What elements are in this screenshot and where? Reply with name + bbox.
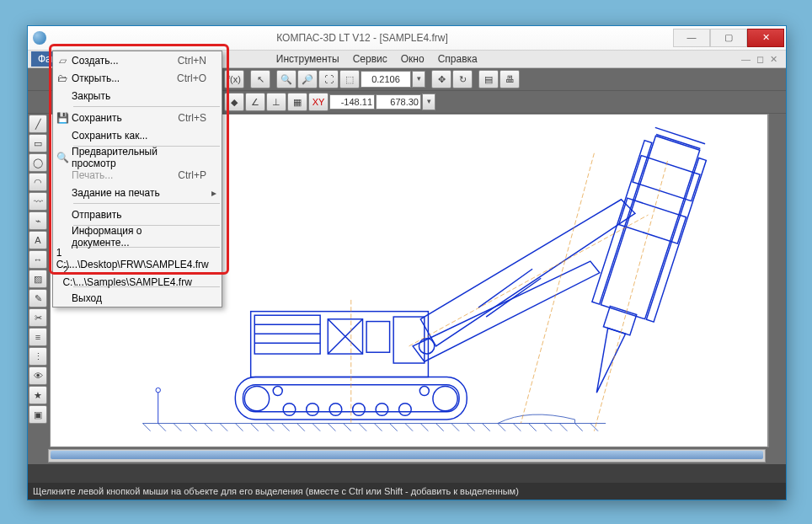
coord-y-input[interactable]: [376, 94, 421, 110]
view-tool-icon[interactable]: 👁: [29, 366, 47, 385]
menu-exit[interactable]: Выход: [53, 289, 222, 307]
dimension-tool-icon[interactable]: ↔: [29, 250, 47, 269]
menu-print: Печать... Ctrl+P: [53, 166, 222, 184]
new-icon: ▱: [53, 53, 72, 68]
menu-open[interactable]: 🗁 Открыть... Ctrl+O: [53, 69, 222, 87]
menu-new[interactable]: ▱ Создать... Ctrl+N: [53, 51, 222, 69]
submenu-arrow-icon: ▸: [211, 187, 222, 199]
menu-help[interactable]: Справка: [431, 51, 484, 67]
measure-tool-icon[interactable]: ≡: [29, 328, 47, 346]
arc-tool-icon[interactable]: ◠: [29, 173, 47, 191]
right-scrollbar[interactable]: [768, 114, 786, 447]
zoom-in-icon[interactable]: 🔍: [276, 70, 296, 88]
property-panel: [28, 464, 786, 483]
rect-tool-icon[interactable]: ▭: [29, 134, 47, 152]
svg-line-33: [656, 135, 700, 149]
statusbar: Щелкните левой кнопкой мыши на объекте д…: [28, 483, 786, 500]
coord-xy-icon[interactable]: XY: [308, 93, 329, 111]
svg-line-32: [655, 127, 705, 143]
snap-angle-icon[interactable]: ∠: [245, 93, 265, 111]
menu-send[interactable]: Отправить: [53, 206, 222, 223]
app-icon: [33, 31, 46, 45]
titlebar: КОМПАС-3D LT V12 - [SAMPLE4.frw] — ▢ ✕: [28, 26, 786, 51]
formula-button[interactable]: f(x): [224, 70, 244, 88]
svg-point-7: [329, 404, 342, 416]
pan-icon[interactable]: ✥: [431, 70, 451, 88]
open-icon: 🗁: [53, 71, 72, 86]
snap-grid-icon[interactable]: ▦: [287, 93, 307, 111]
svg-line-37: [409, 215, 649, 346]
snap-perp-icon[interactable]: ⊥: [266, 93, 286, 111]
status-text: Щелкните левой кнопкой мыши на объекте д…: [33, 486, 519, 496]
svg-point-8: [353, 404, 366, 416]
menu-tools[interactable]: Инструменты: [270, 51, 346, 67]
polyline-tool-icon[interactable]: ⌁: [29, 211, 47, 230]
svg-rect-13: [251, 312, 429, 377]
save-icon: 💾: [53, 110, 72, 126]
left-toolbox: ╱ ▭ ◯ ◠ 〰 ⌁ A ↔ ▨ ✎ ✂ ≡ ⋮ 👁 ★ ▣: [28, 114, 50, 447]
spline-tool-icon[interactable]: 〰: [29, 192, 47, 211]
zoom-window-icon[interactable]: ⬚: [339, 70, 360, 88]
window-controls: — ▢ ✕: [673, 27, 786, 49]
hatch-tool-icon[interactable]: ▨: [29, 270, 47, 288]
svg-point-3: [244, 387, 269, 411]
params-tool-icon[interactable]: ★: [29, 386, 47, 404]
svg-rect-28: [619, 198, 686, 243]
zoom-dropdown[interactable]: ▾: [412, 71, 425, 88]
svg-line-25: [486, 278, 541, 317]
svg-point-10: [399, 404, 412, 416]
svg-line-35: [521, 153, 594, 424]
window-title: КОМПАС-3D LT V12 - [SAMPLE4.frw]: [51, 32, 673, 44]
text-tool-icon[interactable]: A: [29, 231, 47, 249]
menu-print-task[interactable]: Задание на печать ▸: [53, 184, 222, 201]
snap-endpoint-icon[interactable]: ◆: [224, 93, 244, 111]
preview-icon: 🔍: [53, 150, 72, 165]
horizontal-scrollbar[interactable]: [48, 449, 766, 463]
zoom-input[interactable]: [361, 71, 411, 88]
aux-tool-icon[interactable]: ⋮: [29, 347, 47, 366]
scrollbar-thumb[interactable]: [51, 451, 763, 459]
minimize-button[interactable]: —: [673, 29, 710, 47]
circle-tool-icon[interactable]: ◯: [29, 153, 47, 172]
maximize-button[interactable]: ▢: [710, 29, 747, 47]
svg-point-23: [419, 339, 434, 354]
print-icon[interactable]: 🖶: [499, 70, 520, 88]
library-tool-icon[interactable]: ▣: [29, 405, 47, 424]
coord-dropdown[interactable]: ▾: [422, 94, 435, 110]
menu-window[interactable]: Окно: [394, 51, 431, 67]
edit-tool-icon[interactable]: ✎: [29, 289, 47, 307]
svg-rect-14: [254, 315, 320, 354]
cursor-tool[interactable]: ↖: [250, 70, 270, 88]
zoom-out-icon[interactable]: 🔎: [297, 70, 318, 88]
svg-point-4: [433, 387, 457, 411]
svg-point-39: [156, 388, 160, 392]
svg-point-5: [283, 404, 296, 416]
svg-point-6: [307, 404, 319, 416]
line-tool-icon[interactable]: ╱: [29, 115, 47, 133]
layers-icon[interactable]: ▤: [478, 70, 499, 88]
trim-tool-icon[interactable]: ✂: [29, 308, 47, 327]
svg-line-36: [594, 161, 667, 431]
menu-close[interactable]: Закрыть: [53, 87, 222, 104]
coord-x-input[interactable]: [329, 94, 375, 110]
svg-point-12: [419, 387, 429, 396]
menu-save-as[interactable]: Сохранить как...: [53, 126, 222, 144]
file-menu-dropdown: ▱ Создать... Ctrl+N 🗁 Открыть... Ctrl+O …: [52, 51, 222, 307]
menu-service[interactable]: Сервис: [346, 51, 394, 67]
mdi-controls[interactable]: — ◻ ✕: [741, 54, 783, 65]
svg-point-9: [376, 404, 388, 416]
close-button[interactable]: ✕: [747, 29, 784, 47]
menu-save[interactable]: 💾 Сохранить Ctrl+S: [53, 109, 222, 126]
svg-point-11: [273, 387, 282, 396]
zoom-fit-icon[interactable]: ⛶: [318, 70, 339, 88]
svg-rect-21: [366, 322, 389, 353]
menu-preview[interactable]: 🔍 Предварительный просмотр: [53, 148, 222, 166]
svg-rect-27: [633, 156, 700, 201]
menu-doc-info[interactable]: Информация о документе...: [53, 227, 222, 245]
redraw-icon[interactable]: ↻: [452, 70, 473, 88]
